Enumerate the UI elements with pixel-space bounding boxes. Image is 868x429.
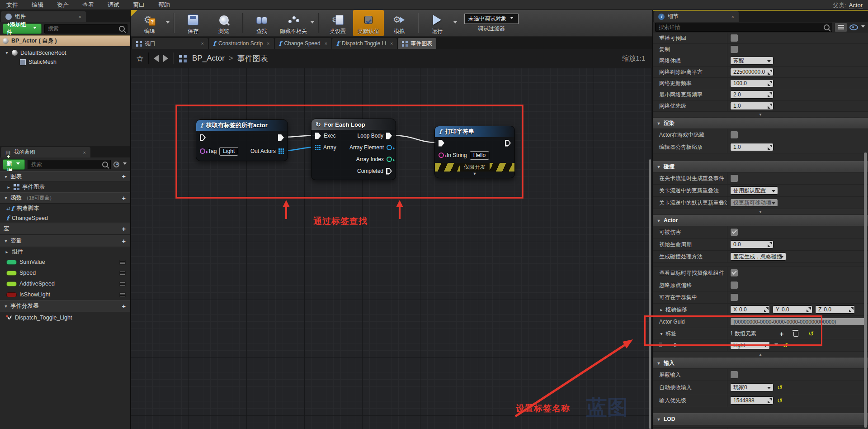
dispatchers-section-header[interactable]: ▾事件分发器 + (0, 300, 130, 312)
expander-icon[interactable]: ▸ (5, 249, 9, 254)
net-dormancy-dropdown[interactable]: 苏醒 (730, 57, 774, 65)
variable-visibility-icon[interactable] (119, 260, 126, 265)
array-index-pin[interactable] (387, 157, 392, 162)
my-blueprint-search[interactable] (28, 160, 111, 169)
variable-addtivespeed[interactable]: AddtiveSpeed (0, 278, 130, 289)
section-expander[interactable]: ▼ (653, 209, 868, 215)
components-search-input[interactable] (47, 25, 119, 32)
visibility-filter-icon[interactable] (113, 162, 119, 167)
exec-in-pin[interactable] (315, 133, 321, 139)
my-blueprint-tab[interactable]: ▤ 我的蓝图 × (1, 147, 90, 157)
class-settings-button[interactable]: ⚙ 类设置 (322, 10, 353, 36)
add-variable-button[interactable]: + (122, 238, 126, 245)
menu-view[interactable]: 查看 (82, 1, 94, 9)
min-net-update-field[interactable]: 2.0 (730, 91, 774, 99)
play-button[interactable]: 运行 (422, 10, 453, 36)
checkbox[interactable] (730, 281, 738, 289)
auto-receive-input-dropdown[interactable]: 玩家0 (730, 383, 774, 391)
net-cull-field[interactable]: 225000000.0 (730, 68, 774, 76)
input-priority-field[interactable]: 1544888 (730, 396, 774, 405)
tag-pin[interactable] (200, 148, 205, 154)
checkbox[interactable] (730, 371, 738, 379)
variables-section-header[interactable]: ▾变量 + (0, 235, 130, 247)
components-tab[interactable]: 组件 × (1, 11, 86, 22)
close-icon[interactable]: × (201, 41, 204, 46)
section-actor[interactable]: ▾Actor (653, 215, 868, 226)
checkbox[interactable] (730, 293, 738, 301)
tab-construction-script[interactable]: f Construction Scrip× (209, 38, 274, 49)
close-icon[interactable]: × (731, 14, 734, 19)
parent-class-link[interactable]: Actor (849, 2, 863, 9)
menu-window[interactable]: 窗口 (133, 1, 145, 9)
node-for-each-loop[interactable]: ↻ For Each Loop Exec Loop Body Array Arr… (311, 119, 396, 180)
checkbox[interactable] (730, 45, 738, 53)
completed-pin[interactable] (386, 168, 392, 175)
section-rendering[interactable]: ▾渲染 (653, 118, 868, 129)
components-search[interactable] (44, 24, 127, 33)
add-graph-button[interactable]: + (122, 173, 126, 180)
tab-dispatch-toggle[interactable]: f Dispatch Toggle Li× (332, 38, 397, 49)
change-speed-item[interactable]: f ChangeSpeed (0, 213, 130, 223)
section-lod[interactable]: ▾LOD (653, 413, 868, 425)
variable-visibility-icon[interactable] (119, 281, 126, 286)
menu-edit[interactable]: 编辑 (32, 1, 43, 9)
graph-scrollbar[interactable] (649, 159, 651, 429)
event-graph-canvas[interactable]: ☆ BP_Actor > 事件图表 缩放1:1 f 获取有标签的所有actor (131, 49, 652, 429)
initial-lifespan-field[interactable]: 0.0 (730, 240, 774, 248)
new-button[interactable]: + 新增 (3, 159, 25, 170)
expander-icon[interactable]: ▾ (5, 50, 9, 55)
reset-icon[interactable]: ↺ (777, 384, 783, 391)
tag-value-dropdown[interactable]: Light (730, 341, 770, 349)
favorite-star-icon[interactable]: ☆ (136, 53, 144, 64)
add-dispatcher-button[interactable]: + (122, 303, 126, 310)
chevron-down-icon[interactable] (774, 343, 778, 348)
event-graph-item[interactable]: ▸ 事件图表 (0, 182, 130, 192)
functions-section-header[interactable]: ▾函数 （18可覆盖） + (0, 192, 130, 204)
component-static-mesh-row[interactable]: StaticMesh (0, 57, 130, 67)
close-icon[interactable]: × (390, 41, 393, 46)
menu-asset[interactable]: 资产 (57, 1, 69, 9)
details-tab[interactable]: i 细节 × (654, 11, 739, 22)
drag-handle-icon[interactable] (659, 343, 662, 348)
breadcrumb-root[interactable]: BP_Actor (192, 54, 225, 63)
menu-help[interactable]: 帮助 (158, 1, 170, 9)
find-button[interactable]: 查找 (246, 10, 277, 36)
section-expander[interactable]: ▼ (653, 112, 868, 118)
node-get-all-actors-with-tag[interactable]: f 获取有标签的所有actor Tag Light Out Actors (196, 119, 288, 161)
tab-event-graph[interactable]: 事件图表 (398, 38, 436, 49)
variable-visibility-icon[interactable] (119, 271, 126, 276)
pivot-y-field[interactable]: Y0.0 (773, 305, 812, 314)
debug-object-dropdown[interactable]: 未选中调试对象 (464, 14, 519, 24)
trash-icon[interactable] (793, 332, 798, 337)
checkbox[interactable] (730, 228, 738, 236)
spawn-collision-dropdown[interactable]: 固定生成，忽略碰撞 (730, 253, 786, 261)
graphs-section-header[interactable]: ▾图表 + (0, 171, 130, 182)
details-search[interactable] (655, 23, 832, 32)
tab-viewport[interactable]: 视口× (132, 38, 208, 49)
expander-icon[interactable]: ▸ (6, 185, 11, 190)
variable-sumvalue[interactable]: SumValue (0, 257, 130, 267)
reset-icon[interactable]: ↺ (777, 397, 783, 404)
details-search-input[interactable] (658, 24, 824, 31)
variable-visibility-icon[interactable] (119, 292, 126, 297)
section-input[interactable]: ▾输入 (653, 358, 868, 369)
components-group-item[interactable]: ▸ 组件 (0, 247, 130, 257)
menu-file[interactable]: 文件 (6, 1, 18, 9)
in-string-value-input[interactable]: Hello (470, 151, 489, 160)
save-button[interactable]: 保存 (178, 10, 208, 36)
checkbox[interactable] (730, 174, 738, 182)
component-root-row[interactable]: BP_Actor ( 自身 ) (0, 35, 130, 46)
exec-out-pin[interactable] (505, 140, 511, 147)
tab-change-speed[interactable]: f Change Speed× (275, 38, 332, 49)
tag-value-input[interactable]: Light (219, 147, 238, 156)
macros-section-header[interactable]: 宏 + (0, 223, 130, 235)
array-element-pin[interactable] (387, 145, 392, 150)
add-component-button[interactable]: +添加组件 (3, 24, 42, 34)
construction-script-item[interactable]: ⇄f 构造脚本 (0, 204, 130, 213)
checkbox[interactable] (730, 131, 738, 139)
reset-icon[interactable]: ↺ (808, 330, 814, 337)
net-update-field[interactable]: 100.0 (730, 79, 774, 87)
add-macro-button[interactable]: + (122, 225, 126, 233)
menu-debug[interactable]: 调试 (108, 1, 119, 9)
class-defaults-button[interactable]: 类默认值 (353, 10, 384, 36)
